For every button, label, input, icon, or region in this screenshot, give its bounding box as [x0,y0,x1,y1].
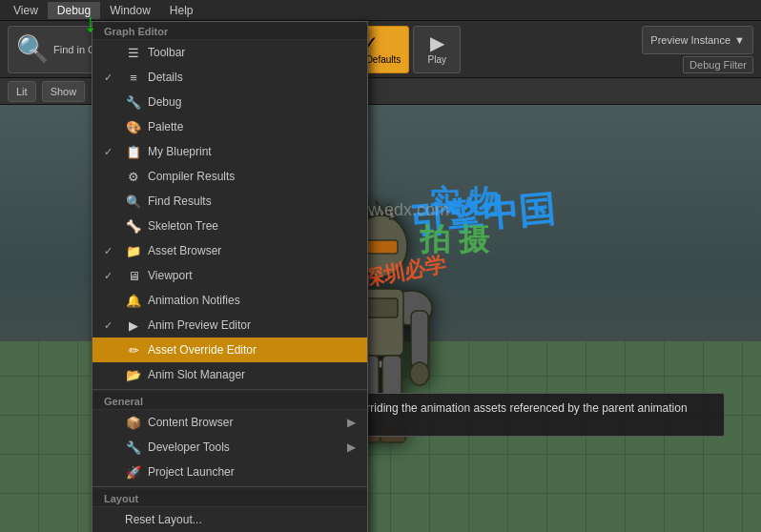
svg-rect-17 [380,425,405,442]
check-palette [104,121,119,133]
menu-asset-override-label: Asset Override Editor [148,343,257,357]
viewport-icon: 🖥 [125,267,142,284]
menu-reset-layout-label: Reset Layout... [125,513,202,526]
content-browser-arrow: ▶ [347,416,356,429]
menu-details-label: Details [148,71,183,84]
menu-item-my-blueprint[interactable]: ✓ 📋 My Blueprint [93,139,367,164]
debug-icon: 🔧 [125,93,142,111]
menu-dev-tools-label: Developer Tools [148,440,230,454]
my-blueprint-icon: 📋 [125,143,142,160]
asset-browser-icon: 📁 [125,242,142,259]
menu-item-debug[interactable]: 🔧 Debug [93,90,367,114]
lit-button[interactable]: Lit [8,81,36,102]
skeleton-tree-icon: 🦴 [125,217,142,235]
menu-item-anim-slot-manager[interactable]: 📂 Anim Slot Manager [93,362,367,387]
compiler-icon: ⚙ [125,168,142,185]
preview-instance-button[interactable]: Preview Instance ▼ [642,26,753,54]
menu-item-anim-preview-editor[interactable]: ✓ ▶ Anim Preview Editor [93,313,367,338]
anim-slot-icon: 📂 [125,366,142,383]
menu-item-compiler-results[interactable]: ⚙ Compiler Results [93,164,367,189]
menu-toolbar-label: Toolbar [148,46,185,59]
svg-rect-11 [411,311,428,368]
menu-item-asset-override-editor[interactable]: ✏ Asset Override Editor [93,338,367,362]
menu-content-browser-label: Content Browser [148,416,233,429]
menu-item-project-launcher[interactable]: 🚀 Project Launcher [93,460,367,484]
menu-item-animation-notifies[interactable]: 🔔 Animation Notifies [93,288,367,313]
check-my-blueprint: ✓ [104,146,119,158]
menu-view[interactable]: View [4,2,48,19]
preview-area: Preview Instance ▼ Debug Filter [642,26,753,73]
find-results-icon: 🔍 [125,193,142,210]
menu-item-skeleton-tree[interactable]: 🦴 Skeleton Tree [93,214,367,238]
menu-item-viewport[interactable]: ✓ 🖥 Viewport [93,263,367,288]
svg-rect-15 [382,356,401,432]
check-find [104,195,119,207]
anim-notifies-icon: 🔔 [125,292,142,309]
check-anim-notifies [104,295,119,306]
check-skeleton [104,220,119,232]
menu-find-results-label: Find Results [148,194,212,208]
svg-point-13 [410,362,429,385]
check-anim-preview: ✓ [104,319,119,332]
content-browser-icon: 📦 [125,414,142,431]
debug-filter-button[interactable]: Debug Filter [683,56,753,73]
check-details: ✓ [104,72,119,84]
menu-sep-1 [93,389,367,390]
menu-debug[interactable]: Debug [48,2,100,19]
general-section-label: General [93,392,367,410]
menu-item-reset-layout[interactable]: Reset Layout... [93,507,367,532]
menu-anim-preview-label: Anim Preview Editor [148,318,251,332]
graph-editor-section-label: Graph Editor [93,22,367,40]
dropdown-arrow-icon: ▼ [734,34,745,46]
menu-item-find-results[interactable]: 🔍 Find Results [93,189,367,214]
play-label: Play [428,54,446,65]
menu-anim-slot-label: Anim Slot Manager [148,368,245,381]
svg-rect-4 [363,240,398,254]
dev-tools-icon: 🔧 [125,439,142,456]
asset-override-icon: ✏ [125,341,142,358]
menu-item-asset-browser[interactable]: ✓ 📁 Asset Browser [93,238,367,263]
menu-window[interactable]: Window [100,2,160,19]
details-icon: ≡ [125,69,142,86]
preview-instance-label: Preview Instance [650,34,730,46]
palette-icon: 🎨 [125,118,142,135]
menubar: View Debug Window Help [0,0,761,21]
svg-rect-8 [363,298,398,317]
window-dropdown-menu: Graph Editor ☰ Toolbar ✓ ≡ Details 🔧 Deb… [92,21,368,532]
menu-skeleton-label: Skeleton Tree [148,219,218,233]
check-toolbar [104,47,119,58]
anim-preview-icon: ▶ [125,317,142,334]
menu-item-details[interactable]: ✓ ≡ Details [93,65,367,90]
menu-item-palette[interactable]: 🎨 Palette [93,114,367,139]
check-asset-browser: ✓ [104,245,119,257]
menu-help[interactable]: Help [160,2,203,19]
toolbar-icon: ☰ [125,44,142,61]
menu-item-developer-tools[interactable]: 🔧 Developer Tools ▶ [93,435,367,460]
check-project-launcher [104,466,119,478]
check-viewport: ✓ [104,270,119,282]
menu-sep-2 [93,486,367,487]
debug-filter-label: Debug Filter [689,59,747,71]
check-debug [104,96,119,108]
menu-debug-label: Debug [148,95,181,109]
menu-asset-browser-label: Asset Browser [148,244,221,257]
check-reset-layout [104,514,119,525]
show-button[interactable]: Show [42,81,86,102]
check-dev-tools [104,441,119,453]
check-anim-slot [104,369,119,380]
dev-tools-arrow: ▶ [347,440,356,454]
menu-palette-label: Palette [148,120,183,133]
play-button[interactable]: ▶ Play [413,26,461,73]
check-asset-override [104,344,119,356]
layout-section-label: Layout [93,489,367,507]
check-compiler [104,171,119,182]
menu-my-blueprint-label: My Blueprint [148,145,212,158]
menu-item-content-browser[interactable]: 📦 Content Browser ▶ [93,410,367,435]
menu-viewport-label: Viewport [148,269,192,282]
search-big-icon: 🔍 [16,33,50,65]
menu-project-launcher-label: Project Launcher [148,465,235,479]
check-content-browser [104,417,119,428]
project-launcher-icon: 🚀 [125,463,142,481]
menu-item-toolbar[interactable]: ☰ Toolbar [93,40,367,65]
menu-anim-notifies-label: Animation Notifies [148,294,240,307]
